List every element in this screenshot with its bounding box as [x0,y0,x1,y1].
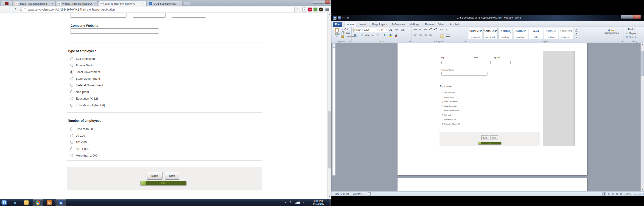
underline-button[interactable]: U [361,34,362,36]
paste-button[interactable]: Paste▾ [332,27,341,40]
font-size-select[interactable]: 11▾ [380,28,388,32]
word-minimize-button[interactable]: ‒ [621,15,627,19]
borders-icon[interactable] [446,35,450,38]
browser-scrollbar[interactable]: ▲ ▼ [327,13,331,199]
radio-icon[interactable] [70,97,73,100]
radio-option-20-100[interactable]: 20-100 [70,134,85,138]
radio-icon[interactable] [70,84,73,87]
radio-option-local-government-selected[interactable]: Local Government [70,70,100,74]
numbering-icon[interactable] [418,28,423,32]
reload-button[interactable]: ↻ [13,7,19,12]
taskbar-chrome-icon[interactable] [32,199,43,206]
scroll-down-arrow[interactable]: ▼ [328,195,332,199]
style-subtle-emphasis[interactable]: AaBbCcD.Subtle Em... [559,28,573,39]
radio-option-self-employed[interactable]: Self-employed [70,57,95,61]
browser-close-button[interactable]: × [325,0,330,4]
dialog-launcher-icon[interactable]: ◢ [409,40,411,42]
zoom-slider[interactable] [634,194,642,195]
sort-icon[interactable]: A↓Z [440,28,444,30]
scrollbar-thumb[interactable] [328,111,331,168]
justify-icon[interactable] [429,34,433,38]
font-name-select[interactable]: Calibri (Body)▾ [354,28,379,32]
radio-option-federal-government[interactable]: Federal Government [70,83,103,87]
scrollbar-thumb[interactable] [641,51,644,76]
tab-acrobat[interactable]: Acrobat [448,22,461,27]
subscript-button[interactable]: x₂ [372,34,374,36]
radio-option-more-than-1000[interactable]: More than 1,000 [70,154,98,157]
chrome-menu-icon[interactable] [326,8,329,11]
pilcrow-icon[interactable]: ¶ [446,28,448,31]
dialog-launcher-icon[interactable]: ◢ [464,40,466,42]
cast-extension-icon[interactable]: ⌐ [302,7,306,11]
company-website-input[interactable] [70,28,159,34]
word-maximize-button[interactable]: ▫ [627,15,633,19]
hidden-icons-arrow[interactable]: ▲ [284,201,286,204]
styles-scroll-down-icon[interactable]: ▼ [575,32,578,35]
taskbar-ie-icon[interactable]: e [10,199,20,206]
align-right-icon[interactable] [424,34,428,38]
new-tab-button[interactable] [184,1,190,5]
radio-option-non-profit[interactable]: Non-profit [70,90,89,94]
tab-surveygizmo-builder[interactable]: Sg W@H2 Train-the-Trainer A × [56,1,98,6]
align-left-icon[interactable] [414,34,418,38]
tab-insert[interactable]: Insert [357,22,368,27]
url-text[interactable]: www.surveygizmo.com/s3/1924167/W-H2-Trai… [28,8,115,11]
style-subtitle[interactable]: AaBbCc.Subtitle [544,28,558,39]
tab-close-icon[interactable]: × [143,2,144,5]
browser-maximize-button[interactable]: ▫ [319,0,324,4]
highlight-button[interactable]: ab [389,34,392,37]
styles-scroll-up-icon[interactable]: ▲ [575,28,578,32]
increase-indent-icon[interactable]: ▸☰ [434,28,437,30]
tab-gmail-inbox[interactable]: M Inbox - livia.fortunato@g × [13,1,55,6]
radio-option-private-sector[interactable]: Private Sector [70,63,94,67]
select-button[interactable]: ▦Select▾ [626,36,638,38]
draft-view-button[interactable]: ▨ [619,192,623,196]
word-scrollbar[interactable]: ▲ ▼ [640,43,644,191]
line-spacing-icon[interactable]: ↕ [435,34,436,37]
zoom-out-button[interactable]: − [631,193,632,195]
style-title[interactable]: AaBTitle [529,28,543,39]
taskbar-explorer-icon[interactable] [21,199,32,206]
browser-minimize-button[interactable]: ‒ [313,0,318,4]
change-case-button[interactable]: Aa▾ [401,28,405,31]
zoom-slider-thumb[interactable] [637,193,638,196]
back-button[interactable]: ← [2,7,7,12]
italic-button[interactable]: I [358,34,358,36]
tab-selector-box[interactable] [332,43,336,47]
radio-option-501-1000[interactable]: 501-1,000 [70,147,89,151]
font-color-button[interactable]: A [395,34,397,37]
tab-view[interactable]: View [436,22,446,27]
copy-button[interactable]: Copy [342,32,350,34]
radio-icon[interactable] [70,57,73,60]
radio-icon[interactable] [70,104,73,107]
radio-icon[interactable] [70,141,73,144]
vertical-ruler[interactable] [332,47,336,176]
taskbar-clock[interactable]: 4:31 PM 4/27/2015 [308,200,328,206]
adblock-extension-icon[interactable]: ABP [308,7,312,11]
bold-button[interactable]: B [354,34,356,36]
text-effects-button[interactable]: A [384,34,386,36]
tab-close-icon[interactable]: × [180,2,181,5]
word-count-status[interactable]: Words: 0 [353,193,363,195]
replace-button[interactable]: abReplace [626,32,638,35]
radio-option-101-500[interactable]: 101-500 [70,140,87,144]
state-input-cutoff[interactable] [133,13,166,18]
shading-icon[interactable] [440,35,444,38]
tab-close-icon[interactable]: × [52,2,53,5]
back-button[interactable]: Back [147,172,162,180]
radio-option-less-than-20[interactable]: Less than 20 [70,127,93,131]
style-normal[interactable]: AaBbCcDc¶ Normal [468,28,482,39]
radio-icon[interactable] [70,154,73,157]
tray-network-icon[interactable]: ▂▄▆ [295,201,300,204]
taskbar-outlook-icon[interactable]: O [44,199,54,206]
tab-home[interactable]: Home [344,22,356,27]
web-layout-view-button[interactable]: ▥ [611,192,614,196]
style-heading-2[interactable]: AaBbCcHeading 2 [514,28,528,39]
pinned-tab[interactable]: U [1,1,12,6]
next-button[interactable]: Next [165,172,179,180]
find-button[interactable]: ⌕Find▾ [626,28,635,31]
radio-icon[interactable] [70,91,73,93]
radio-icon[interactable] [70,134,73,137]
decrease-indent-icon[interactable]: ◂☰ [429,28,432,30]
tab-omb-submissions[interactable]: S OMB Submission(s) - All D × [147,1,183,6]
